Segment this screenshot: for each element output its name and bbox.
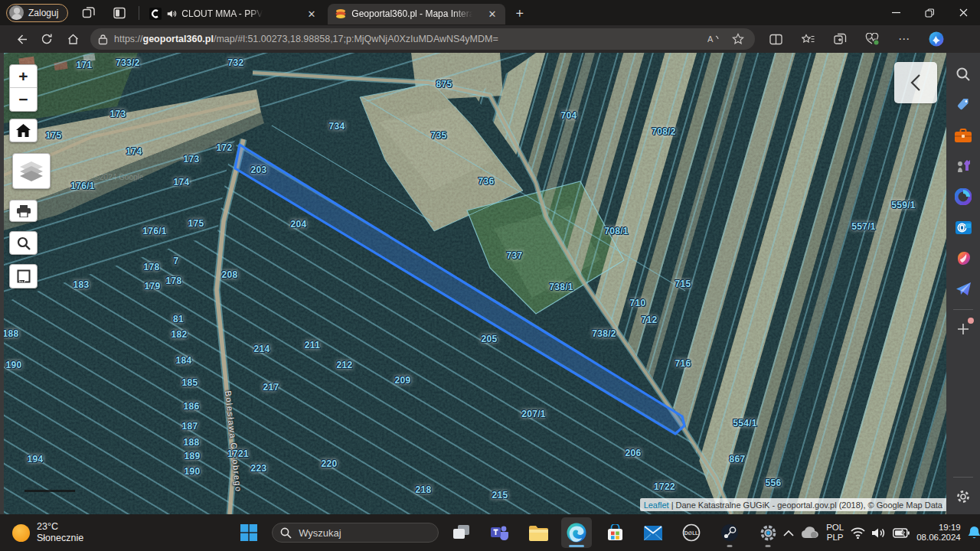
start-button[interactable] [234,517,264,548]
sidebar-designer-icon[interactable] [952,246,975,269]
sidebar-search-icon[interactable] [952,63,975,86]
parcel-label-556: 556 [766,478,782,488]
tab-clout-mma[interactable]: CLOUT MMA - PPV ✕ [142,4,325,24]
browser-address-bar: https://geoportal360.pl/map/#l:51.00273,… [0,25,980,53]
clout-favicon-icon [149,8,162,20]
copilot-icon[interactable] [923,28,949,50]
close-window-button[interactable] [946,0,980,25]
teams-icon[interactable] [485,517,515,548]
edge-icon[interactable] [561,517,592,548]
sidebar-shopping-icon[interactable] [952,93,975,116]
collections-icon[interactable] [827,28,853,50]
parcel-label-217: 217 [263,382,279,393]
tab-divider [139,6,139,20]
parcel-label-174: 174 [126,146,142,157]
browser-tab-strip: Zaloguj CLOUT MMA - PPV ✕ Geoportal360.p… [0,0,980,25]
mail-icon[interactable] [638,517,668,548]
sidebar-m365-icon[interactable] [952,185,975,208]
parcel-label-186: 186 [184,401,200,412]
map-search-button[interactable] [9,231,38,255]
file-explorer-icon[interactable] [523,517,554,548]
settings-menu-icon[interactable]: ⋯ [891,28,917,50]
home-extent-button[interactable] [9,119,38,142]
tab-close-icon[interactable]: ✕ [304,8,318,21]
print-button[interactable] [9,200,38,222]
profile-login-button[interactable]: Zaloguj [6,4,68,22]
parcel-label-188: 188 [4,328,18,339]
parcel-label-715: 715 [675,279,691,289]
sidebar-tools-icon[interactable] [952,124,975,147]
url-bar[interactable]: https://geoportal360.pl/map/#l:51.00273,… [90,28,755,50]
task-view-button[interactable] [446,517,477,548]
parcel-label-220: 220 [322,458,338,469]
browser-essentials-icon[interactable] [859,28,885,50]
parcel-label-204: 204 [291,219,307,230]
parcel-label-735: 735 [431,130,447,141]
map-canvas[interactable]: 171733/2732875734735704708/2736173175172… [4,53,946,514]
battery-icon[interactable] [893,528,910,538]
parcel-label-211: 211 [305,340,320,350]
leaflet-link[interactable]: Leaflet [644,500,669,510]
parcel-label-182: 182 [172,329,188,340]
steam-icon[interactable] [714,517,745,548]
microsoft-store-icon[interactable] [599,517,630,548]
lock-icon[interactable] [98,34,108,45]
parcel-label-218: 218 [416,484,432,495]
tab-audio-icon[interactable] [166,8,177,19]
taskbar-search-box[interactable]: Wyszukaj [272,523,439,543]
weather-condition: Słonecznie [37,533,83,544]
tab-geoportal[interactable]: Geoportal360.pl - Mapa Interakty ✕ [328,4,505,24]
svg-text:A: A [707,34,714,44]
sidebar-customize-button[interactable] [952,318,975,341]
settings-app-icon[interactable] [753,517,783,548]
parcel-label-171: 171 [77,60,93,70]
tray-chevron-icon[interactable] [783,530,794,536]
new-tab-button[interactable]: ＋ [513,4,526,21]
parcel-label-173: 173 [110,109,126,119]
zoom-out-button[interactable]: − [10,88,37,111]
read-aloud-icon[interactable]: A [703,28,724,50]
minimize-button[interactable] [879,0,913,25]
parcel-label-7: 7 [174,256,179,266]
parcel-label-734: 734 [329,121,345,132]
workspaces-icon[interactable] [77,3,100,23]
favorite-star-icon[interactable] [727,28,749,50]
favorites-list-icon[interactable] [795,28,821,50]
layers-button[interactable] [12,153,51,189]
notification-bell-icon[interactable] [968,526,980,540]
parcel-label-188: 188 [184,437,200,448]
measure-button[interactable] [9,264,38,289]
sidebar-outlook-icon[interactable] [952,216,975,239]
onedrive-icon[interactable] [801,527,819,539]
tab-close-icon[interactable]: ✕ [485,8,499,21]
volume-icon[interactable] [872,527,886,539]
parcel-label-738/1: 738/1 [549,282,573,292]
back-icon[interactable] [8,28,34,50]
sidebar-telegram-icon[interactable] [952,277,975,300]
collapse-panel-button[interactable] [894,62,937,103]
dell-icon[interactable]: D∅LL [676,517,707,548]
home-nav-icon[interactable] [60,28,86,50]
parcel-label-223: 223 [251,463,267,474]
parcel-label-203: 203 [251,165,267,175]
edge-sidebar [946,53,980,514]
parcel-label-190: 190 [6,360,22,370]
map-attribution: Leaflet | Dane Katastralne GUGiK - geopo… [640,498,946,511]
zoom-in-button[interactable]: + [10,65,37,88]
refresh-icon[interactable] [34,28,60,50]
sun-icon [12,524,30,542]
parcel-label-1722: 1722 [654,481,675,492]
sidebar-settings-icon[interactable] [952,485,975,508]
tab-actions-icon[interactable] [108,3,131,23]
wifi-icon[interactable] [851,527,865,539]
tab-title: Geoportal360.pl - Mapa Interakty [351,8,472,19]
sidebar-games-icon[interactable] [952,155,975,178]
language-indicator[interactable]: POL PLP [826,523,844,543]
weather-widget[interactable]: 23°C Słonecznie [12,521,83,544]
svg-text:D∅LL: D∅LL [684,530,698,536]
map-scale-bar [24,490,75,492]
split-screen-icon[interactable] [763,28,789,50]
restore-button[interactable] [913,0,946,25]
clock[interactable]: 19:19 08.06.2024 [916,523,961,543]
parcel-label-176/1: 176/1 [70,181,95,191]
